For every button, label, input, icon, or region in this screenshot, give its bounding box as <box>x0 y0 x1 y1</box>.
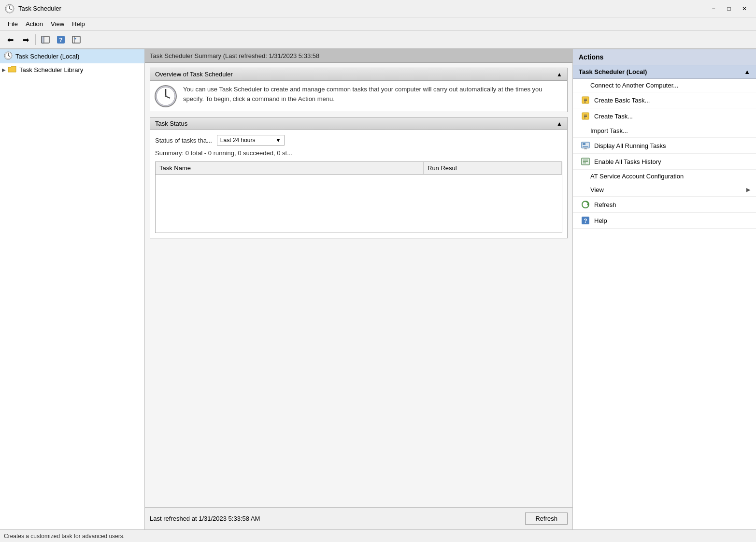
task-status-title: Task Status <box>155 120 187 127</box>
svg-point-22 <box>165 95 167 97</box>
overview-collapse-button[interactable]: ▲ <box>556 71 562 78</box>
sidebar-label-task-scheduler-local: Task Scheduler (Local) <box>15 53 79 60</box>
status-label: Status of tasks tha... <box>155 137 212 144</box>
action-at-service[interactable]: AT Service Account Configuration <box>573 170 756 183</box>
create-task-icon <box>581 111 590 121</box>
refresh-button[interactable]: Refresh <box>525 513 568 525</box>
bottom-bar: Last refreshed at 1/31/2023 5:33:58 AM R… <box>145 507 572 529</box>
help-button[interactable]: ? <box>54 33 68 46</box>
at-service-label: AT Service Account Configuration <box>590 173 684 180</box>
sidebar: Task Scheduler (Local) ▶ Task Scheduler … <box>0 49 145 529</box>
status-row: Status of tasks tha... Last 24 hours ▼ <box>155 135 562 146</box>
actions-section-label: Task Scheduler (Local) <box>579 68 647 75</box>
overview-text: You can use Task Scheduler to create and… <box>183 85 563 103</box>
center-panel: Task Scheduler Summary (Last refreshed: … <box>145 49 572 529</box>
enable-history-label: Enable All Tasks History <box>594 158 661 165</box>
tree-expand-arrow: ▶ <box>2 67 6 73</box>
svg-text:?: ? <box>584 218 587 224</box>
create-basic-label: Create Basic Task... <box>594 97 650 104</box>
connect-label: Connect to Another Computer... <box>590 82 678 89</box>
show-hide-button[interactable] <box>38 33 53 46</box>
display-running-icon <box>581 141 590 150</box>
forward-button[interactable]: ➡ <box>18 33 33 46</box>
main-area: Task Scheduler (Local) ▶ Task Scheduler … <box>0 49 756 529</box>
overview-body: You can use Task Scheduler to create and… <box>150 81 567 112</box>
task-scheduler-library-icon <box>8 65 16 74</box>
import-task-label: Import Task... <box>590 127 628 134</box>
title-bar-left: Task Scheduler <box>5 4 61 14</box>
task-status-section: Task Status ▲ Status of tasks tha... Las… <box>150 117 568 238</box>
svg-point-4 <box>9 8 10 9</box>
action-import-task[interactable]: Import Task... <box>573 124 756 138</box>
display-running-label: Display All Running Tasks <box>594 142 666 149</box>
help-label: Help <box>594 217 607 224</box>
app-icon <box>5 4 14 14</box>
center-panel-header: Task Scheduler Summary (Last refreshed: … <box>145 49 572 63</box>
dropdown-value: Last 24 hours <box>220 137 256 144</box>
toolbar: ⬅ ➡ ? <box>0 31 756 49</box>
svg-rect-34 <box>583 143 585 145</box>
svg-rect-35 <box>583 146 588 147</box>
overview-title: Overview of Task Scheduler <box>155 71 233 78</box>
view-button[interactable] <box>69 33 84 46</box>
action-create-basic[interactable]: Create Basic Task... <box>573 92 756 108</box>
actions-panel-header: Actions <box>573 49 756 65</box>
actions-section-header: Task Scheduler (Local) ▲ <box>573 65 756 79</box>
svg-rect-6 <box>42 36 44 43</box>
toolbar-separator-1 <box>35 34 36 45</box>
sidebar-item-task-scheduler-library[interactable]: ▶ Task Scheduler Library <box>0 63 144 76</box>
sidebar-item-task-scheduler-local[interactable]: Task Scheduler (Local) <box>0 49 144 63</box>
menu-file[interactable]: File <box>4 19 22 29</box>
refresh-icon <box>581 200 590 209</box>
action-view[interactable]: View ▶ <box>573 183 756 197</box>
action-connect[interactable]: Connect to Another Computer... <box>573 79 756 92</box>
task-table-body <box>156 175 562 233</box>
svg-marker-17 <box>8 66 16 72</box>
svg-rect-23 <box>582 97 589 103</box>
status-bar: Creates a customized task for advanced u… <box>0 529 756 542</box>
menu-action[interactable]: Action <box>22 19 47 29</box>
sidebar-label-task-scheduler-library: Task Scheduler Library <box>19 66 83 73</box>
action-help[interactable]: ? Help <box>573 213 756 229</box>
status-dropdown[interactable]: Last 24 hours ▼ <box>217 135 285 146</box>
actions-panel: Actions Task Scheduler (Local) ▲ Connect… <box>572 49 756 529</box>
task-table: Task Name Run Resul <box>155 161 562 233</box>
enable-history-icon <box>581 157 590 166</box>
dropdown-arrow-icon: ▼ <box>275 137 281 144</box>
menu-help[interactable]: Help <box>68 19 89 29</box>
action-refresh[interactable]: Refresh <box>573 197 756 213</box>
task-status-body: Status of tasks tha... Last 24 hours ▼ S… <box>150 130 567 161</box>
action-enable-history[interactable]: Enable All Tasks History <box>573 154 756 170</box>
status-bar-text: Creates a customized task for advanced u… <box>4 533 125 540</box>
menu-bar: File Action View Help <box>0 17 756 31</box>
overview-section: Overview of Task Scheduler ▲ You can us <box>150 68 568 112</box>
actions-collapse-icon: ▲ <box>744 68 750 75</box>
maximize-button[interactable]: □ <box>722 3 736 14</box>
view-label: View <box>581 186 604 193</box>
menu-view[interactable]: View <box>47 19 68 29</box>
close-button[interactable]: ✕ <box>738 3 751 14</box>
svg-point-16 <box>8 55 9 56</box>
view-submenu-icon: ▶ <box>746 187 750 193</box>
clock-icon <box>154 85 177 108</box>
minimize-button[interactable]: − <box>707 3 720 14</box>
col-run-result: Run Resul <box>424 162 562 174</box>
overview-section-header[interactable]: Overview of Task Scheduler ▲ <box>150 68 567 81</box>
task-scheduler-local-icon <box>4 51 13 61</box>
create-basic-icon <box>581 95 590 105</box>
task-table-header: Task Name Run Resul <box>156 162 562 175</box>
task-status-collapse-button[interactable]: ▲ <box>556 120 562 127</box>
action-create-task[interactable]: Create Task... <box>573 108 756 124</box>
task-status-section-header[interactable]: Task Status ▲ <box>150 117 567 130</box>
refresh-label: Refresh <box>594 201 616 208</box>
last-refreshed-text: Last refreshed at 1/31/2023 5:33:58 AM <box>150 515 260 522</box>
svg-text:?: ? <box>59 37 62 44</box>
col-task-name: Task Name <box>156 162 424 174</box>
summary-text: Summary: 0 total - 0 running, 0 succeede… <box>155 149 562 157</box>
title-bar: Task Scheduler − □ ✕ <box>0 0 756 17</box>
create-task-label: Create Task... <box>594 113 633 120</box>
back-button[interactable]: ⬅ <box>3 33 17 46</box>
action-display-running[interactable]: Display All Running Tasks <box>573 138 756 154</box>
window-title: Task Scheduler <box>18 5 61 12</box>
svg-marker-43 <box>587 203 588 206</box>
